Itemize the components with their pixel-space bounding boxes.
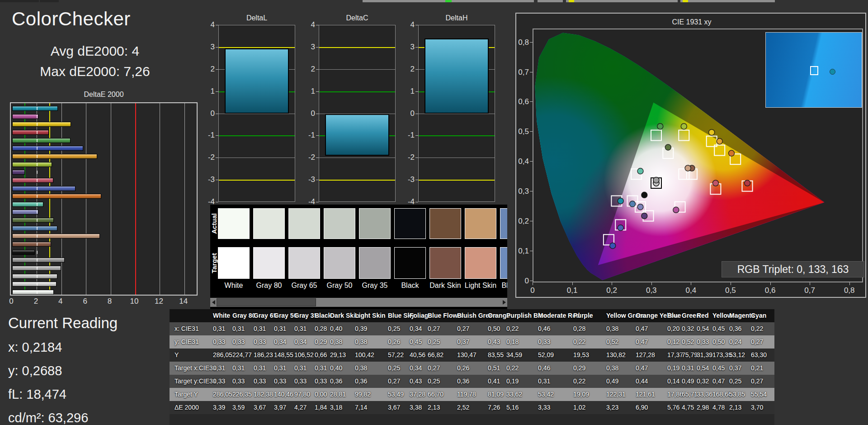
bar-tick	[37, 107, 38, 110]
table-cell: 4,78	[709, 401, 726, 414]
actual-swatch-black	[394, 208, 426, 239]
y-tick	[316, 135, 319, 136]
bar-tick	[37, 171, 38, 174]
target-swatch-gray-50	[324, 247, 355, 279]
y-tick	[216, 69, 218, 70]
de2000-bar-gray-80	[12, 282, 57, 287]
table-cell: 0,31	[311, 362, 326, 375]
cie-zoom-inset	[765, 32, 862, 108]
cie-x-label: 0,1	[563, 286, 581, 295]
actual-swatch-light-skin	[465, 208, 496, 239]
table-row-y: Y286,05224,77186,23148,55106,520,6629,13…	[170, 349, 774, 362]
x-tick	[612, 282, 612, 285]
y-tick	[316, 114, 319, 114]
cie-y-label: 0,6	[516, 97, 529, 106]
y-axis-label: -1	[299, 131, 315, 140]
table-cell: 0,26	[384, 335, 406, 349]
bar-tick	[37, 251, 38, 254]
table-cell: 0,31	[534, 375, 570, 388]
table-cell: 7,14	[351, 401, 384, 414]
table-cell: 33,36	[693, 388, 709, 401]
table-cell: 0,31	[209, 362, 229, 375]
cie-y-label: 0,1	[516, 247, 529, 256]
y-tick	[415, 135, 418, 136]
table-cell: 0,14	[664, 375, 678, 388]
table-cell: 0,45	[709, 362, 726, 375]
table-cell: 0,31	[291, 362, 311, 375]
y-axis-label: 0	[398, 109, 415, 118]
swatch-scrollbar[interactable]	[210, 298, 507, 307]
scroll-left-icon	[212, 300, 215, 305]
table-cell: 1,84	[311, 401, 326, 414]
table-cell: 0,66	[311, 349, 326, 362]
table-cell: 130,82	[603, 349, 632, 362]
cie-y-label: 0,2	[516, 217, 529, 226]
column-header: Red	[693, 309, 709, 322]
table-cell: 0,54	[693, 362, 709, 375]
table-cell: 0,34	[291, 335, 311, 349]
cie-measured-point-cyan	[618, 198, 623, 204]
x-tick	[810, 282, 810, 285]
cie-measured-point-moderate-red	[712, 180, 718, 186]
cie-measured-point-blue-flower	[637, 204, 643, 210]
table-cell: 55,54	[747, 388, 765, 401]
table-cell: 0,33	[291, 375, 311, 388]
actual-swatch-dark-skin	[429, 208, 461, 239]
gridline	[111, 103, 111, 295]
cie-measured-point-blue	[610, 243, 616, 248]
column-header: Orange Yellow	[632, 309, 664, 322]
table-cell: 0,22	[747, 322, 765, 335]
de2000-bar-gray-35	[12, 258, 65, 263]
table-cell: 0,19	[503, 375, 534, 388]
table-cell: 0,36	[726, 322, 747, 335]
table-cell: 0,38	[351, 362, 384, 375]
swatch-label: Black	[392, 282, 428, 290]
table-cell: 0,45	[709, 322, 726, 335]
table-cell: 0,38	[603, 362, 632, 375]
y-axis-label: 1	[198, 87, 215, 96]
y-axis-label: 4	[198, 20, 215, 29]
table-cell: 19,53	[570, 349, 603, 362]
cie-measured-point-purplish-blue	[618, 225, 623, 231]
column-header: Foliage	[406, 309, 424, 322]
de2000-bar-blue-flower	[12, 210, 38, 215]
cie-y-label: 0,7	[516, 68, 529, 77]
table-cell: 17,86	[664, 388, 678, 401]
table-cell: 0,47	[632, 362, 664, 375]
y-axis-label: 4	[299, 20, 315, 29]
table-cell: 0,36	[453, 375, 484, 388]
table-cell: 127,28	[632, 349, 664, 362]
tab-strip-segment	[452, 0, 534, 2]
scrollbar-thumb[interactable]	[217, 298, 316, 306]
table-cell: 0,27	[424, 362, 453, 375]
table-cell: 0,25	[424, 335, 453, 349]
tab-strip-segment	[40, 0, 59, 2]
cie-x-label: 0	[524, 286, 542, 295]
table-cell: 0,31	[291, 322, 311, 335]
y-axis-label: 1	[299, 87, 315, 96]
deltac-value-box	[325, 114, 389, 156]
table-cell: 0,43	[406, 375, 424, 388]
table-cell: 0,22	[503, 362, 534, 375]
row-label: ΔE 2000	[170, 401, 209, 414]
column-header: Blue	[664, 309, 678, 322]
table-cell: 53,12	[726, 349, 747, 362]
cie-x-label: 0,5	[722, 286, 740, 295]
table-cell: 0,31	[270, 322, 291, 335]
table-cell: 3,59	[229, 401, 250, 414]
y-axis-label: -4	[398, 197, 415, 206]
table-cell: 0,33	[693, 335, 709, 349]
column-header: Black	[311, 309, 326, 322]
scroll-right-button[interactable]	[501, 298, 507, 307]
table-cell: 0,22	[503, 322, 534, 335]
tab-strip-segment	[445, 0, 452, 2]
bar-tick	[37, 267, 38, 270]
table-cell: 0,27	[384, 375, 406, 388]
gridline	[61, 103, 62, 295]
scroll-left-button[interactable]	[210, 298, 217, 307]
row-label: y: CIE31	[170, 335, 209, 349]
column-header: White	[209, 309, 229, 322]
cie-measured-point-foliage	[665, 144, 671, 150]
y-axis-label: 3	[299, 43, 315, 52]
table-row-de2000: ΔE 20003,393,593,673,974,271,843,187,143…	[170, 401, 774, 414]
